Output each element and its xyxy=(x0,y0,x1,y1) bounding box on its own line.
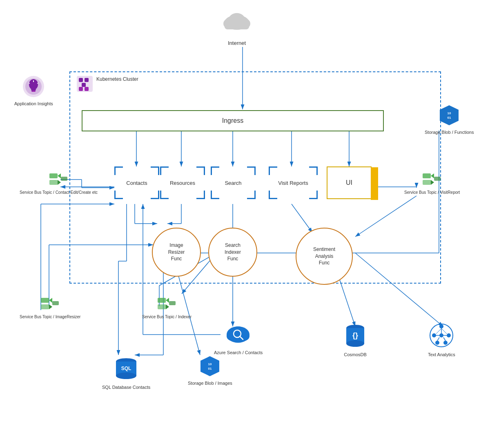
svg-marker-68 xyxy=(431,173,434,178)
svg-rect-72 xyxy=(41,298,49,303)
svg-rect-69 xyxy=(423,180,431,185)
diagram-container: Internet Application Insights xyxy=(0,0,490,448)
application-insights-icon xyxy=(22,75,45,99)
cosmosdb-icon: {} xyxy=(343,322,368,350)
svg-marker-65 xyxy=(58,180,61,185)
svg-marker-63 xyxy=(58,173,61,178)
svg-point-101 xyxy=(432,333,436,337)
svg-text:01: 01 xyxy=(208,367,212,370)
svg-rect-54 xyxy=(79,78,83,82)
svg-rect-55 xyxy=(85,78,89,82)
internet-label: Internet xyxy=(228,40,246,46)
service-bus-visit-icon xyxy=(422,169,442,189)
contacts-node: Contacts xyxy=(114,166,159,199)
service-bus-indexer-node: Service Bus Topic / Indexer xyxy=(142,294,192,319)
svg-rect-71 xyxy=(434,177,441,181)
cosmosdb-label: CosmosDB xyxy=(344,352,367,357)
svg-point-103 xyxy=(435,341,439,345)
svg-rect-58 xyxy=(85,87,89,91)
cosmosdb-node: {} CosmosDB xyxy=(343,322,368,357)
service-bus-visit-label: Service Bus Topic / VisitReport xyxy=(404,190,460,195)
svg-point-105 xyxy=(439,333,443,337)
application-insights-label: Application Insights xyxy=(14,101,53,106)
ingress-box: Ingress xyxy=(82,110,384,131)
search-node: Search xyxy=(211,166,256,199)
svg-rect-49 xyxy=(31,91,36,92)
svg-rect-44 xyxy=(225,24,249,29)
svg-marker-80 xyxy=(166,304,169,309)
storage-blob-functions-node: 10 01 Storage Blob / Functions xyxy=(425,104,474,135)
service-bus-contact-label: Service Bus Topic / Contact Edit/Create … xyxy=(20,190,98,195)
sql-database-node: SQL SQL Database Contacts xyxy=(102,355,150,390)
svg-rect-81 xyxy=(169,301,176,305)
svg-marker-75 xyxy=(49,304,52,309)
ui-label: UI xyxy=(346,179,352,186)
text-analytics-label: Text Analytics xyxy=(428,352,455,357)
sentiment-analysis-node: Sentiment Analysis Func xyxy=(296,228,353,285)
svg-point-102 xyxy=(447,333,451,337)
azure-search-label: Azure Search / Contacts xyxy=(214,350,263,355)
service-bus-image-icon xyxy=(40,294,60,313)
service-bus-image-label: Service Bus Topic / ImageResizer xyxy=(20,314,80,319)
sql-database-label: SQL Database Contacts xyxy=(102,384,150,390)
svg-rect-57 xyxy=(79,87,83,91)
svg-rect-64 xyxy=(49,180,58,185)
svg-rect-48 xyxy=(31,89,36,91)
svg-text:{}: {} xyxy=(352,331,358,339)
svg-marker-86 xyxy=(200,356,219,376)
service-bus-indexer-label: Service Bus Topic / Indexer xyxy=(142,314,192,319)
resources-node: Resources xyxy=(160,166,205,199)
image-resizer-node: Image Resizer Func xyxy=(152,228,201,277)
azure-search-node: Azure Search / Contacts xyxy=(214,322,263,355)
svg-rect-66 xyxy=(61,177,67,181)
image-resizer-label: Image Resizer Func xyxy=(168,242,185,262)
storage-blob-images-node: 10 01 Storage Blob / Images xyxy=(188,355,232,386)
contacts-label: Contacts xyxy=(126,180,147,186)
visit-reports-label: Visit Reports xyxy=(278,180,308,186)
kubernetes-cluster-node: Kubernetes Cluster xyxy=(76,75,138,94)
svg-marker-78 xyxy=(166,298,169,303)
resources-label: Resources xyxy=(170,180,195,186)
application-insights-node: Application Insights xyxy=(14,75,53,106)
svg-point-104 xyxy=(443,341,448,345)
kubernetes-label: Kubernetes Cluster xyxy=(96,76,138,82)
svg-point-100 xyxy=(439,324,443,328)
storage-blob-images-icon: 10 01 xyxy=(199,355,221,379)
visit-reports-node: Visit Reports xyxy=(269,166,318,199)
svg-text:10: 10 xyxy=(208,362,212,366)
service-bus-indexer-icon xyxy=(157,294,177,313)
service-bus-contact-node: Service Bus Topic / Contact Edit/Create … xyxy=(20,169,98,195)
svg-text:10: 10 xyxy=(447,111,451,115)
ui-yellow-accent xyxy=(371,167,378,200)
svg-rect-56 xyxy=(82,83,86,87)
svg-rect-74 xyxy=(41,304,49,309)
sql-database-icon: SQL xyxy=(113,355,140,383)
storage-blob-functions-icon: 10 01 xyxy=(438,104,461,128)
svg-rect-77 xyxy=(158,298,166,303)
svg-line-110 xyxy=(443,337,445,341)
kubernetes-icon xyxy=(76,75,94,94)
cloud-icon xyxy=(220,8,253,38)
svg-rect-76 xyxy=(52,301,59,305)
svg-point-84 xyxy=(116,373,136,379)
svg-line-111 xyxy=(436,328,441,334)
search-indexer-node: Search Indexer Func xyxy=(208,228,257,277)
search-indexer-label: Search Indexer Func xyxy=(225,242,241,262)
search-label: Search xyxy=(225,180,241,186)
svg-rect-62 xyxy=(49,173,58,178)
internet-node: Internet xyxy=(220,8,253,46)
svg-marker-73 xyxy=(49,298,52,303)
storage-blob-images-label: Storage Blob / Images xyxy=(188,380,232,386)
svg-text:SQL: SQL xyxy=(121,366,131,371)
ingress-label: Ingress xyxy=(222,117,243,124)
azure-search-icon xyxy=(225,322,252,348)
text-analytics-icon xyxy=(428,322,455,350)
svg-rect-79 xyxy=(158,304,166,309)
svg-line-112 xyxy=(441,328,447,334)
service-bus-visit-node: Service Bus Topic / VisitReport xyxy=(404,169,460,195)
svg-line-109 xyxy=(437,337,439,341)
service-bus-contact-icon xyxy=(49,169,69,189)
svg-rect-67 xyxy=(423,173,431,178)
svg-text:01: 01 xyxy=(447,116,451,120)
svg-marker-70 xyxy=(431,180,434,185)
